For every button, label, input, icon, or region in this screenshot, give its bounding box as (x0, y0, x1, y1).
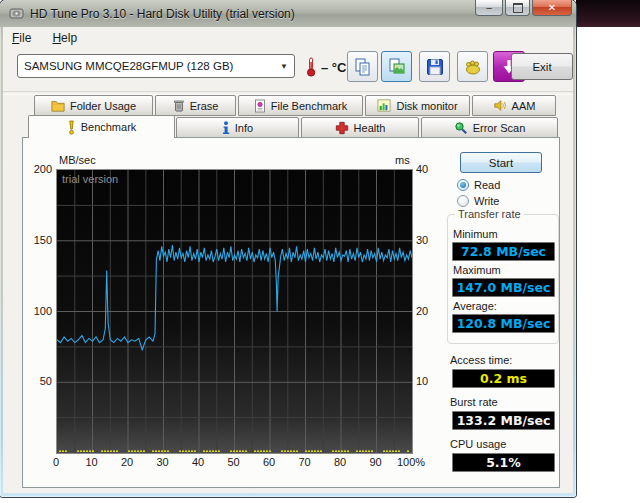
access-time-dot (308, 450, 310, 452)
access-time-dot (371, 450, 373, 452)
access-time-dot (80, 450, 82, 452)
tab-folder-usage[interactable]: Folder Usage (34, 95, 153, 116)
axis-tick-label: 0 (40, 456, 72, 468)
tab-file-benchmark[interactable]: File Benchmark (238, 95, 363, 116)
menu-help[interactable]: Help (43, 27, 86, 45)
access-time-dot (362, 450, 364, 452)
axis-tick-label: 20 (416, 305, 440, 317)
tab-erase[interactable]: Erase (155, 95, 236, 116)
access-time-dot (155, 450, 157, 452)
magnifier-icon (454, 121, 468, 135)
copy-text-button[interactable] (347, 51, 378, 82)
start-label: Start (489, 157, 513, 169)
chevron-down-icon: ▼ (276, 62, 288, 71)
burst-rate-label: Burst rate (450, 396, 498, 408)
benchmark-panel: MB/sec ms 20015010050 40302010 010203040… (22, 137, 560, 488)
access-time-dot (284, 450, 286, 452)
maximize-button[interactable] (505, 0, 530, 16)
access-time-value: 0.2 ms (452, 369, 555, 388)
access-time-dot (290, 450, 292, 452)
save-button[interactable] (419, 51, 450, 82)
tab-benchmark[interactable]: Benchmark (28, 115, 175, 138)
read-radio[interactable]: Read (457, 179, 500, 191)
access-time-dot (293, 450, 295, 452)
drive-select-value: SAMSUNG MMCQE28GFMUP (128 GB) (24, 60, 276, 72)
maximum-value: 147.0 MB/sec (452, 278, 555, 297)
tab-info[interactable]: Info (176, 117, 299, 138)
temperature-readout: – °C (321, 60, 346, 75)
axis-tick-label: 40 (416, 163, 440, 175)
access-time-dot (263, 450, 265, 452)
tab-error-scan[interactable]: Error Scan (421, 117, 558, 138)
axis-tick-label: 60 (253, 456, 285, 468)
axis-tick-label: 30 (147, 456, 179, 468)
donate-button[interactable] (457, 51, 488, 82)
title-bar[interactable]: HD Tune Pro 3.10 - Hard Disk Utility (tr… (0, 0, 576, 27)
tab-label: Health (354, 122, 386, 134)
access-time-dot (77, 450, 79, 452)
speaker-icon (493, 99, 507, 112)
access-time-dot (236, 450, 238, 452)
window-title: HD Tune Pro 3.10 - Hard Disk Utility (tr… (30, 7, 295, 21)
access-time-dot (281, 450, 283, 452)
access-time-dot (230, 450, 232, 452)
access-time-dot (203, 450, 205, 452)
tab-disk-monitor[interactable]: Disk monitor (365, 95, 470, 116)
minimize-button[interactable]: – (475, 0, 503, 16)
benchmark-plot-area (56, 169, 413, 454)
access-time-dot (365, 450, 367, 452)
copy-screenshot-button[interactable] (381, 51, 412, 82)
access-time-dot (389, 450, 391, 452)
access-time-dot (134, 450, 136, 452)
burst-rate-value: 133.2 MB/sec (452, 411, 555, 430)
access-time-dot (86, 450, 88, 452)
access-time-dot (65, 450, 67, 452)
access-time-dot (137, 450, 139, 452)
save-icon (425, 57, 445, 77)
radio-selected-icon (457, 179, 469, 191)
access-time-dot (407, 450, 409, 452)
start-button[interactable]: Start (460, 152, 542, 173)
access-time-dot (317, 450, 319, 452)
access-time-dot (344, 450, 346, 452)
maximum-label: Maximum (453, 264, 501, 276)
minimize-icon: – (486, 2, 492, 13)
cpu-usage-label: CPU usage (450, 438, 506, 450)
access-time-dot (368, 450, 370, 452)
close-button[interactable]: ✕ (532, 0, 572, 16)
access-time-dot (320, 450, 322, 452)
access-time-dot (392, 450, 394, 452)
y-right-axis-title: ms (395, 154, 410, 166)
access-time-dot (83, 450, 85, 452)
access-time-dot (296, 450, 298, 452)
access-time-dot (347, 450, 349, 452)
desktop-background-corner (576, 0, 640, 27)
menu-bar: File Help (3, 27, 573, 48)
tab-health[interactable]: Health (301, 117, 419, 138)
write-radio[interactable]: Write (457, 195, 499, 207)
access-time-dot (143, 450, 145, 452)
exit-button[interactable]: Exit (511, 53, 573, 80)
access-time-dot (107, 450, 109, 452)
menu-file[interactable]: File (3, 27, 40, 45)
axis-tick-label: 200 (25, 163, 52, 175)
access-time-dot (182, 450, 184, 452)
access-time-dot (110, 450, 112, 452)
access-time-dot (386, 450, 388, 452)
access-time-dot (242, 450, 244, 452)
access-time-dot (398, 450, 400, 452)
access-time-dot (89, 450, 91, 452)
tab-aam[interactable]: AAM (472, 95, 556, 116)
cpu-usage-value: 5.1% (452, 453, 555, 472)
access-time-dot (305, 450, 307, 452)
access-time-dot (209, 450, 211, 452)
tab-label: Info (235, 122, 253, 134)
axis-tick-label: 150 (25, 234, 52, 246)
write-label: Write (474, 195, 499, 207)
access-time-dot (194, 450, 196, 452)
drive-select[interactable]: SAMSUNG MMCQE28GFMUP (128 GB) ▼ (17, 54, 295, 78)
axis-tick-label: 100% (395, 456, 427, 468)
axis-tick-label: 70 (289, 456, 321, 468)
access-time-dot (311, 450, 313, 452)
access-time-dot (158, 450, 160, 452)
